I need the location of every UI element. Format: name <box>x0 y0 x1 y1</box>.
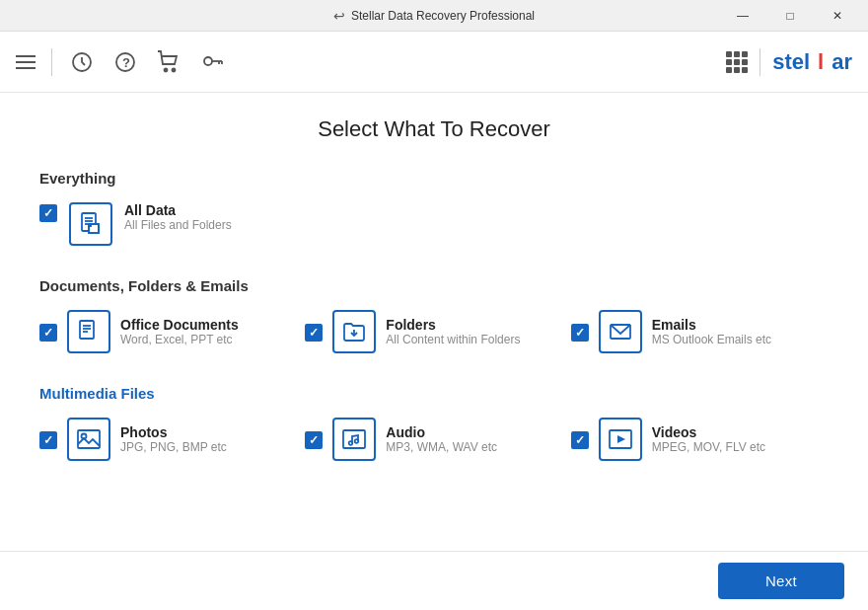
folders-text: Folders All Content within Folders <box>386 317 520 346</box>
maximize-button[interactable]: □ <box>767 0 813 32</box>
section-documents-title: Documents, Folders & Emails <box>39 277 829 294</box>
multimedia-grid: ✓ Photos JPG, PNG, BMP etc ✓ <box>39 418 829 461</box>
svg-rect-20 <box>78 430 100 448</box>
alldata-text: All Data All Files and Folders <box>124 202 232 232</box>
audio-label: Audio <box>386 424 497 440</box>
emails-desc: MS Outlook Emails etc <box>652 333 771 346</box>
back-icon: ↩ <box>333 8 345 24</box>
apps-grid-icon[interactable] <box>726 51 748 73</box>
main-content: Select What To Recover Everything ✓ <box>0 93 868 551</box>
folders-label: Folders <box>386 317 520 333</box>
documents-grid: ✓ Office Documents Word, Excel, PPT etc <box>39 310 829 353</box>
window-controls: — □ ✕ <box>720 0 860 32</box>
photos-desc: JPG, PNG, BMP etc <box>120 440 227 454</box>
office-docs-checkbox[interactable]: ✓ <box>39 324 57 342</box>
footer: Next <box>0 551 868 610</box>
svg-point-5 <box>204 57 212 65</box>
svg-point-24 <box>355 439 359 443</box>
svg-rect-14 <box>80 321 94 339</box>
section-multimedia: Multimedia Files ✓ Photos JPG, PNG, BMP … <box>39 385 829 461</box>
cart-icon[interactable] <box>155 48 182 76</box>
svg-point-23 <box>349 441 353 445</box>
alldata-icon-box <box>69 202 112 246</box>
page-title: Select What To Recover <box>39 116 829 142</box>
help-icon[interactable]: ? <box>111 48 139 76</box>
alldata-label: All Data <box>124 202 232 218</box>
logo-divider <box>760 48 760 76</box>
svg-marker-26 <box>617 435 625 443</box>
audio-checkbox[interactable]: ✓ <box>305 431 323 449</box>
office-docs-label: Office Documents <box>120 317 239 333</box>
toolbar: ? stellar <box>0 32 868 93</box>
folders-desc: All Content within Folders <box>386 333 520 346</box>
emails-text: Emails MS Outlook Emails etc <box>652 317 771 346</box>
audio-icon-box <box>332 418 376 461</box>
svg-point-3 <box>165 68 168 71</box>
videos-desc: MPEG, MOV, FLV etc <box>652 440 765 454</box>
menu-icon[interactable] <box>16 55 36 69</box>
section-multimedia-title: Multimedia Files <box>39 385 829 402</box>
photos-checkbox[interactable]: ✓ <box>39 431 57 449</box>
audio-text: Audio MP3, WMA, WAV etc <box>386 424 497 454</box>
photos-label: Photos <box>120 424 227 440</box>
videos-checkbox[interactable]: ✓ <box>571 431 589 449</box>
window-title: ↩ Stellar Data Recovery Professional <box>333 8 535 24</box>
next-button[interactable]: Next <box>718 563 844 599</box>
office-docs-desc: Word, Excel, PPT etc <box>120 333 239 346</box>
toolbar-right: stellar <box>726 48 852 76</box>
videos-label: Videos <box>652 424 765 440</box>
section-documents: Documents, Folders & Emails ✓ Office Doc… <box>39 277 829 353</box>
audio-option: ✓ Audio MP3, WMA, WAV etc <box>305 418 562 461</box>
audio-desc: MP3, WMA, WAV etc <box>386 440 497 454</box>
folders-option: ✓ Folders All Content within Folders <box>305 310 562 353</box>
emails-option: ✓ Emails MS Outlook Emails etc <box>571 310 829 353</box>
videos-icon-box <box>599 418 642 461</box>
stellar-logo: stellar <box>772 49 852 75</box>
close-button[interactable]: ✕ <box>815 0 860 32</box>
toolbar-left: ? <box>16 48 226 76</box>
photos-text: Photos JPG, PNG, BMP etc <box>120 424 227 454</box>
videos-option: ✓ Videos MPEG, MOV, FLV etc <box>571 418 829 461</box>
videos-text: Videos MPEG, MOV, FLV etc <box>652 424 765 454</box>
svg-text:?: ? <box>122 54 130 69</box>
svg-point-4 <box>173 68 176 71</box>
section-everything-title: Everything <box>39 170 829 187</box>
folders-checkbox[interactable]: ✓ <box>305 324 323 342</box>
timer-icon[interactable] <box>68 48 96 76</box>
alldata-desc: All Files and Folders <box>124 218 232 232</box>
emails-label: Emails <box>652 317 771 333</box>
section-everything: Everything ✓ All Data All Files <box>39 170 829 246</box>
alldata-checkbox[interactable]: ✓ <box>39 204 57 222</box>
title-bar: ↩ Stellar Data Recovery Professional — □… <box>0 0 868 32</box>
emails-icon-box <box>599 310 642 353</box>
folders-icon-box <box>332 310 376 353</box>
emails-checkbox[interactable]: ✓ <box>571 324 589 342</box>
minimize-button[interactable]: — <box>720 0 765 32</box>
office-docs-icon-box <box>67 310 110 353</box>
photos-option: ✓ Photos JPG, PNG, BMP etc <box>39 418 297 461</box>
svg-rect-22 <box>343 430 365 448</box>
alldata-option: ✓ All Data All Files and Folders <box>39 202 829 246</box>
photos-icon-box <box>67 418 110 461</box>
office-docs-text: Office Documents Word, Excel, PPT etc <box>120 317 239 346</box>
office-docs-option: ✓ Office Documents Word, Excel, PPT etc <box>39 310 297 353</box>
key-icon[interactable] <box>198 48 226 76</box>
toolbar-divider <box>51 48 52 76</box>
